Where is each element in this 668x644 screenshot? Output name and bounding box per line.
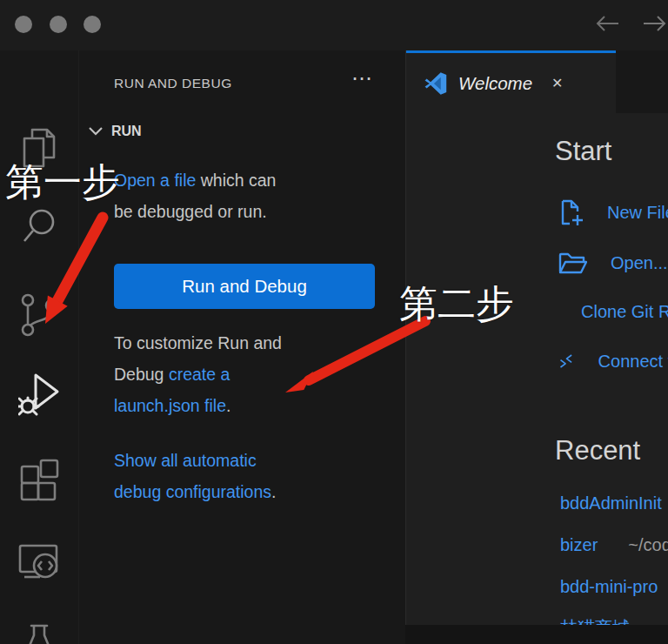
remote-icon bbox=[17, 543, 61, 585]
sidebar-item-testing[interactable] bbox=[0, 623, 78, 644]
title-bar bbox=[0, 0, 668, 50]
traffic-light-close[interactable] bbox=[15, 16, 32, 33]
new-file-item[interactable]: New File... bbox=[558, 198, 668, 226]
start-item-label: Connect to... bbox=[598, 352, 668, 372]
hint-text-rest: which can bbox=[196, 171, 276, 190]
create-a-link[interactable]: create a bbox=[169, 365, 230, 384]
recent-item-name: bddAdminInit bbox=[560, 493, 662, 513]
recent-item[interactable]: bddAdminInit bbox=[560, 493, 662, 516]
sidebar-item-extensions[interactable] bbox=[0, 458, 78, 501]
start-heading: Start bbox=[555, 136, 611, 167]
beaker-icon bbox=[22, 623, 57, 644]
launch-json-link[interactable]: launch.json file bbox=[114, 396, 226, 415]
customize-period: . bbox=[226, 396, 230, 415]
run-section-header[interactable]: RUN bbox=[88, 124, 142, 139]
branch-icon bbox=[19, 292, 59, 338]
clone-repo-item[interactable]: Clone Git Repository... bbox=[558, 298, 668, 325]
editor-bottom-strip bbox=[405, 625, 668, 644]
files-icon bbox=[19, 127, 59, 169]
start-item-label: New File... bbox=[607, 203, 668, 223]
more-actions-icon[interactable]: ⋯ bbox=[351, 66, 374, 91]
debug-icon bbox=[18, 371, 60, 418]
sidebar-item-explorer[interactable] bbox=[0, 127, 78, 169]
new-file-icon bbox=[558, 198, 584, 226]
folder-opened-icon bbox=[558, 250, 587, 276]
forward-arrow-icon[interactable] bbox=[640, 13, 668, 34]
recent-item[interactable]: bdd-mini-pro bbox=[560, 577, 658, 600]
run-section-label: RUN bbox=[111, 124, 142, 139]
recent-item-name: bdd-mini-pro bbox=[560, 577, 658, 596]
hint-text-line2: be debugged or run. bbox=[114, 202, 267, 221]
welcome-page: Start New File... Open... bbox=[406, 113, 668, 625]
tab-welcome[interactable]: Welcome ✕ bbox=[406, 50, 616, 113]
run-and-debug-button[interactable]: Run and Debug bbox=[114, 264, 375, 309]
traffic-light-minimize[interactable] bbox=[50, 16, 67, 33]
open-a-file-link[interactable]: Open a file bbox=[114, 171, 196, 190]
vscode-logo-icon bbox=[424, 72, 447, 95]
sidebar-item-run-and-debug[interactable] bbox=[0, 371, 78, 418]
remote-icon bbox=[558, 349, 575, 373]
connect-to-item[interactable]: Connect to... bbox=[558, 347, 668, 375]
sidebar-item-search[interactable] bbox=[0, 207, 78, 245]
run-and-debug-panel: RUN AND DEBUG ⋯ RUN Open a file which ca… bbox=[78, 50, 406, 644]
tab-label: Welcome bbox=[458, 73, 532, 94]
open-item[interactable]: Open... bbox=[558, 249, 668, 277]
customize-hint: To customize Run and Debug create a laun… bbox=[114, 327, 384, 421]
recent-item[interactable]: bizer~/code bbox=[560, 535, 668, 558]
tab-bar: Welcome ✕ bbox=[406, 50, 668, 113]
extensions-icon bbox=[19, 458, 59, 501]
close-icon[interactable]: ✕ bbox=[551, 75, 563, 91]
customize-line1: To customize Run and bbox=[114, 333, 282, 352]
sidebar-item-remote-explorer[interactable] bbox=[0, 543, 78, 585]
debug-configurations-link[interactable]: debug configurations bbox=[114, 482, 271, 501]
back-arrow-icon[interactable] bbox=[594, 13, 622, 34]
search-icon bbox=[20, 207, 58, 245]
start-item-label: Clone Git Repository... bbox=[581, 302, 668, 322]
activity-bar bbox=[0, 50, 78, 644]
sidebar-item-source-control[interactable] bbox=[0, 292, 78, 338]
recent-item-name: 林猎商城 bbox=[560, 618, 630, 625]
recent-heading: Recent bbox=[555, 435, 640, 466]
configs-period: . bbox=[271, 482, 276, 501]
editor-group: Welcome ✕ Start New File... bbox=[405, 50, 668, 644]
panel-title: RUN AND DEBUG bbox=[114, 76, 232, 91]
start-item-label: Open... bbox=[611, 253, 668, 273]
recent-item-path: ~/code bbox=[628, 535, 668, 554]
show-configs-hint: Show all automatic debug configurations. bbox=[114, 445, 384, 507]
chevron-down-icon bbox=[88, 126, 104, 137]
customize-line2-plain: Debug bbox=[114, 365, 169, 384]
show-all-automatic-link[interactable]: Show all automatic bbox=[114, 451, 257, 470]
recent-item-name: bizer bbox=[560, 535, 598, 554]
traffic-light-maximize[interactable] bbox=[84, 16, 101, 33]
recent-item[interactable]: 林猎商城 bbox=[560, 616, 630, 625]
open-file-hint: Open a file which can be debugged or run… bbox=[114, 164, 384, 227]
